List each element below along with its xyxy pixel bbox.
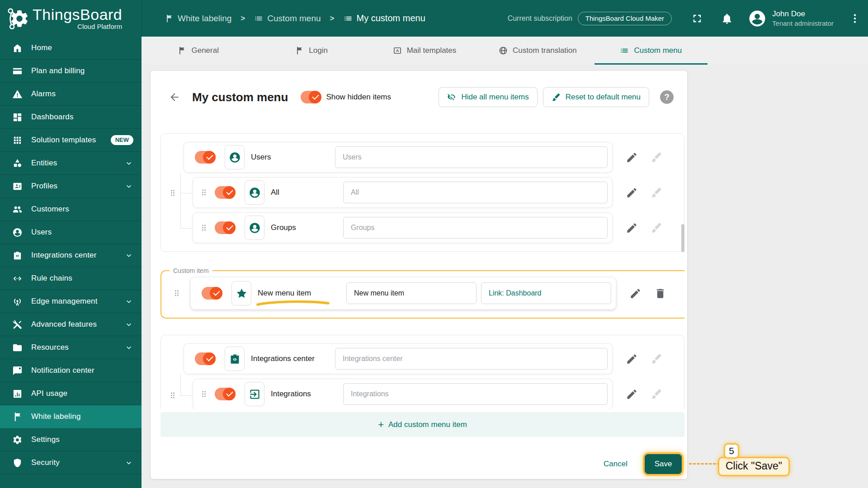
account-circle-icon bbox=[229, 151, 241, 164]
visibility-toggle[interactable] bbox=[195, 352, 216, 365]
sidebar-item-white-labeling[interactable]: White labeling bbox=[0, 405, 142, 428]
list-scrollbar[interactable] bbox=[681, 224, 684, 252]
account-circle-icon bbox=[249, 187, 261, 199]
tree-connector bbox=[180, 374, 181, 395]
save-button[interactable]: Save bbox=[645, 454, 682, 474]
drag-handle-icon[interactable] bbox=[199, 187, 208, 198]
sidebar-item-plan-and-billing[interactable]: Plan and billing bbox=[0, 60, 142, 83]
menu-row-new-menu-item: New menu item New menu item Link: Dashbo… bbox=[172, 277, 679, 310]
visibility-toggle[interactable] bbox=[195, 151, 216, 164]
menu-item-name-field[interactable]: New menu item bbox=[346, 282, 476, 304]
cancel-button[interactable]: Cancel bbox=[604, 460, 627, 469]
delete-trash-icon[interactable] bbox=[654, 287, 666, 300]
sidebar-item-dashboards[interactable]: Dashboards bbox=[0, 106, 142, 129]
custom-menu-card: My custom menu Show hidden items Hide al… bbox=[151, 71, 687, 479]
drag-handle-icon[interactable] bbox=[199, 222, 208, 234]
sidebar-item-rule-chains[interactable]: Rule chains bbox=[0, 267, 142, 290]
drag-handle-icon[interactable] bbox=[199, 388, 208, 400]
edit-pencil-icon[interactable] bbox=[626, 388, 638, 400]
group-drag-handle-icon[interactable] bbox=[168, 389, 177, 401]
sidebar-item-api-usage[interactable]: API usage bbox=[0, 382, 142, 405]
edit-pencil-icon[interactable] bbox=[626, 187, 638, 199]
menu-item-icon-box bbox=[245, 382, 264, 406]
tab-login[interactable]: Login bbox=[255, 37, 368, 65]
menu-item-label: Integrations center bbox=[251, 354, 335, 363]
integrations-center-icon bbox=[12, 250, 23, 261]
rule-chains-icon bbox=[12, 273, 23, 284]
chevron-down-icon bbox=[124, 159, 133, 168]
sidebar-item-advanced-features[interactable]: Advanced features bbox=[0, 313, 142, 336]
back-arrow-icon[interactable] bbox=[169, 91, 180, 103]
sidebar-item-solution-templates[interactable]: Solution templates NEW bbox=[0, 129, 142, 152]
sidebar-item-resources[interactable]: Resources bbox=[0, 336, 142, 359]
logo-subtitle: Cloud Platform bbox=[77, 23, 122, 30]
tab-general[interactable]: General bbox=[142, 37, 255, 65]
show-hidden-items-toggle[interactable] bbox=[301, 91, 321, 103]
breadcrumb-label: Custom menu bbox=[267, 14, 321, 23]
avatar[interactable] bbox=[748, 9, 767, 28]
visibility-toggle[interactable] bbox=[215, 186, 236, 199]
chevron-down-icon bbox=[124, 320, 133, 329]
menu-item-label: Integrations bbox=[271, 389, 343, 399]
edit-pencil-icon[interactable] bbox=[626, 151, 638, 164]
menu-row-users: Users Users bbox=[184, 142, 676, 173]
sidebar-item-customers[interactable]: Customers bbox=[0, 198, 142, 221]
thingsboard-logo[interactable]: ThingsBoard Cloud Platform bbox=[0, 0, 142, 37]
group-drag-handle-icon[interactable] bbox=[168, 187, 177, 199]
menu-item-name-field[interactable]: All bbox=[343, 182, 608, 203]
edit-pencil-icon[interactable] bbox=[626, 222, 638, 234]
sidebar-item-alarms[interactable]: Alarms bbox=[0, 83, 142, 106]
menu-item-label: Groups bbox=[271, 223, 343, 232]
add-custom-menu-item-button[interactable]: + Add custom menu item bbox=[160, 412, 684, 437]
sidebar-item-integrations-center[interactable]: Integrations center bbox=[0, 244, 142, 267]
menu-item-icon-box bbox=[245, 180, 264, 205]
menu-item-name-field[interactable]: Integrations center bbox=[335, 348, 608, 370]
edit-pencil-icon[interactable] bbox=[629, 287, 642, 300]
breadcrumb-white-labeling[interactable]: White labeling bbox=[165, 14, 231, 23]
tab-custom-translation[interactable]: Custom translation bbox=[481, 37, 594, 65]
visibility-toggle[interactable] bbox=[215, 388, 236, 400]
menu-item-name-field[interactable]: Groups bbox=[343, 217, 608, 239]
menu-item-icon-box bbox=[225, 347, 245, 371]
sidebar-item-edge-management[interactable]: Edge management bbox=[0, 290, 142, 313]
menu-row-integrations-center: Integrations center Integrations center bbox=[184, 343, 676, 374]
visibility-toggle[interactable] bbox=[202, 287, 222, 300]
list-icon bbox=[254, 14, 263, 23]
brush-icon bbox=[552, 93, 561, 102]
reset-to-default-menu-button[interactable]: Reset to default menu bbox=[543, 87, 649, 107]
menu-item-name-field[interactable]: Integrations bbox=[343, 383, 608, 405]
help-icon[interactable]: ? bbox=[660, 90, 674, 104]
edit-pencil-icon[interactable] bbox=[626, 353, 638, 365]
menu-item-icon-box bbox=[245, 216, 264, 240]
menu-item-name-field[interactable]: Users bbox=[335, 146, 608, 168]
gear-icon bbox=[12, 435, 23, 445]
sidebar-item-notification-center[interactable]: Notification center bbox=[0, 359, 142, 382]
fullscreen-icon[interactable] bbox=[691, 12, 703, 25]
breadcrumb-my-custom-menu[interactable]: My custom menu bbox=[344, 13, 425, 23]
sidebar-item-users[interactable]: Users bbox=[0, 221, 142, 244]
apps-grid-icon bbox=[12, 135, 23, 145]
tab-mail-templates[interactable]: Mail templates bbox=[368, 37, 481, 65]
notifications-bell-icon[interactable] bbox=[721, 12, 733, 25]
notification-bubble-icon bbox=[12, 366, 23, 376]
subscription-plan-pill[interactable]: ThingsBoard Cloud Maker bbox=[578, 12, 672, 25]
tree-connector bbox=[180, 193, 193, 193]
sidebar-item-home[interactable]: Home bbox=[0, 37, 142, 60]
subscription-label: Current subscription bbox=[508, 14, 572, 23]
sidebar-item-security[interactable]: Security bbox=[0, 451, 142, 474]
breadcrumb-separator: > bbox=[330, 14, 335, 23]
sidebar-item-profiles[interactable]: Profiles bbox=[0, 175, 142, 198]
visibility-toggle[interactable] bbox=[215, 221, 236, 234]
dashboards-icon bbox=[12, 112, 23, 122]
sidebar-item-entities[interactable]: Entities bbox=[0, 152, 142, 175]
user-info[interactable]: John Doe Tenant administrator bbox=[772, 9, 834, 28]
user-role: Tenant administrator bbox=[772, 19, 834, 28]
hide-all-menu-items-button[interactable]: Hide all menu items bbox=[439, 87, 537, 107]
tab-custom-menu[interactable]: Custom menu bbox=[594, 37, 708, 65]
drag-handle-icon[interactable] bbox=[172, 287, 181, 299]
breadcrumb-custom-menu[interactable]: Custom menu bbox=[254, 14, 321, 23]
menu-item-icon-box bbox=[231, 281, 251, 305]
sidebar-item-settings[interactable]: Settings bbox=[0, 428, 142, 451]
menu-item-link-field[interactable]: Link: Dashboard bbox=[481, 282, 611, 304]
more-vert-icon[interactable] bbox=[849, 13, 861, 24]
